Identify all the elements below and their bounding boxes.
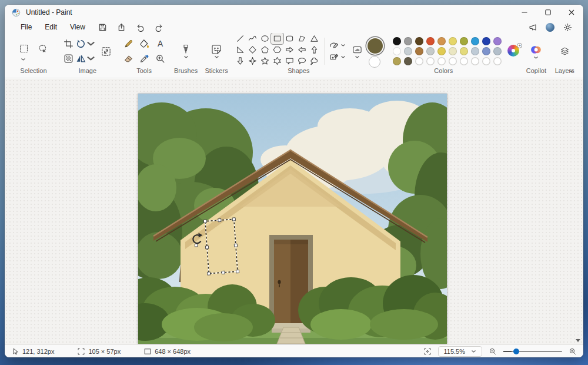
ribbon-collapse-chevron[interactable] xyxy=(569,69,574,73)
text-button[interactable]: A xyxy=(153,37,167,51)
scrollbar-down-arrow[interactable] xyxy=(576,339,580,342)
pencil-button[interactable] xyxy=(121,37,135,51)
account-avatar[interactable] xyxy=(546,23,554,32)
color-picker-button[interactable] xyxy=(137,52,151,66)
drawing-canvas[interactable] xyxy=(138,94,447,344)
color2-swatch[interactable] xyxy=(369,56,380,68)
color-swatch[interactable] xyxy=(426,47,435,55)
color-swatch[interactable] xyxy=(393,37,401,45)
share-button[interactable] xyxy=(114,21,129,34)
shape-style-button[interactable] xyxy=(352,44,363,59)
shape-fill-button[interactable] xyxy=(329,52,346,62)
color-swatch[interactable] xyxy=(437,47,446,55)
settings-button[interactable] xyxy=(560,21,575,34)
redo-button[interactable] xyxy=(152,21,167,34)
zoom-slider-track[interactable] xyxy=(503,351,562,352)
color-swatch[interactable] xyxy=(493,57,502,65)
color-swatch[interactable] xyxy=(493,47,502,55)
shape-arrow-down[interactable] xyxy=(234,55,246,67)
zoom-level-dropdown[interactable]: 115.5% xyxy=(438,346,483,357)
zoom-slider[interactable] xyxy=(503,348,562,355)
maximize-button[interactable] xyxy=(536,5,560,20)
color-swatch[interactable] xyxy=(482,57,490,65)
stickers-button[interactable] xyxy=(211,44,222,59)
color-swatch[interactable] xyxy=(437,57,446,65)
shape-diamond[interactable] xyxy=(246,44,259,55)
resize-button[interactable] xyxy=(99,44,113,58)
color-swatch[interactable] xyxy=(493,37,502,45)
shape-star-5[interactable] xyxy=(259,55,271,67)
shape-arc[interactable] xyxy=(234,67,246,69)
color-swatch[interactable] xyxy=(449,47,457,55)
color-swatch[interactable] xyxy=(404,37,412,45)
shape-outline-button[interactable] xyxy=(329,41,346,50)
color-swatch[interactable] xyxy=(426,37,435,45)
undo-button[interactable] xyxy=(133,21,148,34)
zoom-in-button[interactable] xyxy=(569,348,576,355)
shape-arrow-right[interactable] xyxy=(283,44,296,55)
shape-hexagon[interactable] xyxy=(271,44,283,55)
color-swatch[interactable] xyxy=(460,37,468,45)
shape-arrow-left[interactable] xyxy=(296,44,308,55)
selection-dropdown-chevron[interactable] xyxy=(21,58,26,61)
flip-button[interactable] xyxy=(76,52,96,66)
shape-callout-oval[interactable] xyxy=(296,55,308,67)
shape-pentagon[interactable] xyxy=(259,44,271,55)
color-swatch[interactable] xyxy=(393,57,401,65)
rotate-button[interactable] xyxy=(76,37,96,51)
layers-button[interactable] xyxy=(557,44,572,58)
copilot-button[interactable] xyxy=(530,44,542,59)
remove-background-button[interactable] xyxy=(62,52,76,66)
color-swatch[interactable] xyxy=(482,47,490,55)
zoom-slider-thumb[interactable] xyxy=(513,349,519,354)
color-swatch[interactable] xyxy=(471,47,479,55)
feedback-button[interactable] xyxy=(525,21,540,34)
color-swatch[interactable] xyxy=(415,37,423,45)
color-swatch[interactable] xyxy=(426,57,435,65)
shape-arc-small[interactable] xyxy=(246,67,259,69)
color-swatch[interactable] xyxy=(471,37,479,45)
magnifier-button[interactable] xyxy=(153,52,167,66)
color-swatch[interactable] xyxy=(404,57,412,65)
color-swatch[interactable] xyxy=(471,57,479,65)
work-area[interactable] xyxy=(5,79,583,344)
menu-file[interactable]: File xyxy=(14,21,38,33)
shape-rectangle[interactable] xyxy=(271,33,283,44)
shape-polygon[interactable] xyxy=(296,33,308,44)
free-form-select-button[interactable] xyxy=(36,42,50,56)
shape-line[interactable] xyxy=(234,33,246,44)
color-swatch[interactable] xyxy=(404,47,412,55)
color-swatch[interactable] xyxy=(437,37,446,45)
fit-to-screen-button[interactable] xyxy=(424,348,431,355)
menu-edit[interactable]: Edit xyxy=(38,21,64,33)
color-swatch[interactable] xyxy=(449,37,457,45)
shape-star-6[interactable] xyxy=(271,55,283,67)
shape-right-triangle[interactable] xyxy=(234,44,246,55)
shape-arrow-up[interactable] xyxy=(308,44,320,55)
close-button[interactable] xyxy=(560,5,583,20)
brushes-button[interactable] xyxy=(180,44,192,59)
minimize-button[interactable] xyxy=(513,5,536,20)
color-swatch[interactable] xyxy=(415,57,423,65)
canvas-artwork[interactable] xyxy=(138,94,447,344)
color1-swatch[interactable] xyxy=(368,38,383,54)
shape-curve[interactable] xyxy=(246,33,259,44)
color-swatch[interactable] xyxy=(460,47,468,55)
edit-colors-button[interactable]: + xyxy=(507,45,520,58)
rectangle-select-button[interactable] xyxy=(17,42,31,56)
shape-callout-rectangle[interactable] xyxy=(283,55,296,67)
shape-star-4[interactable] xyxy=(246,55,259,67)
color-swatch[interactable] xyxy=(449,57,457,65)
crop-button[interactable] xyxy=(62,37,76,51)
color-swatch[interactable] xyxy=(460,57,468,65)
shape-callout-cloud[interactable] xyxy=(308,55,320,67)
color-swatch[interactable] xyxy=(393,47,401,55)
shape-rounded-rectangle[interactable] xyxy=(283,33,296,44)
fill-button[interactable] xyxy=(137,37,151,51)
shape-triangle[interactable] xyxy=(308,33,320,44)
shape-ellipse[interactable] xyxy=(259,33,271,44)
color-swatch[interactable] xyxy=(415,47,423,55)
menu-view[interactable]: View xyxy=(64,21,92,33)
eraser-button[interactable] xyxy=(121,52,135,66)
zoom-out-button[interactable] xyxy=(489,348,496,355)
